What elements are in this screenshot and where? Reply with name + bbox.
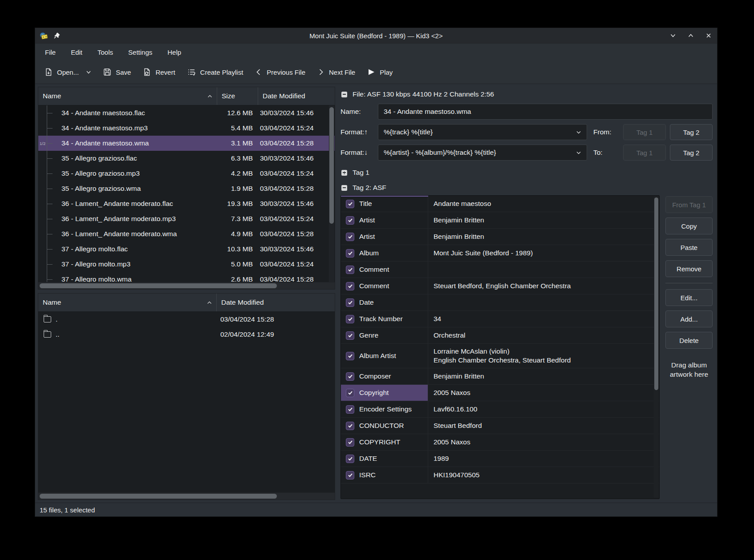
menu-item[interactable]: Settings [128, 48, 152, 56]
add-button[interactable]: Add... [665, 310, 713, 327]
field-value[interactable] [428, 294, 659, 310]
file-row[interactable]: 36 - Lament_ Andante moderato.mp3 7.3 MB… [38, 211, 335, 226]
field-checkbox[interactable] [346, 282, 354, 290]
field-value[interactable]: 34 [428, 311, 659, 327]
create-playlist-button[interactable]: Create Playlist [187, 68, 243, 77]
file-row[interactable]: 37 - Allegro molto.mp3 5.0 MB 03/04/2024… [38, 257, 335, 272]
open-dropdown-chevron-icon[interactable] [86, 70, 91, 74]
field-value[interactable]: Lorraine McAslan (violin) English Chambe… [428, 344, 659, 368]
vscroll-thumb[interactable] [654, 197, 658, 390]
field-checkbox[interactable] [346, 249, 354, 258]
revert-button[interactable]: Revert [142, 68, 175, 77]
play-button[interactable]: Play [367, 68, 393, 77]
filename-input[interactable] [378, 104, 713, 120]
field-checkbox[interactable] [346, 422, 354, 430]
tag-field-row[interactable]: ISRC HKI190470505 [341, 467, 659, 483]
folder-row[interactable]: .. 02/04/2024 12:49 [38, 327, 335, 342]
tag-field-row[interactable]: CONDUCTOR Steuart Bedford [341, 418, 659, 434]
field-checkbox[interactable] [346, 216, 354, 225]
field-value[interactable]: 2005 Naxos [428, 385, 659, 401]
edit-button[interactable]: Edit... [665, 289, 713, 306]
tag-field-row[interactable]: Composer Benjamin Britten [341, 368, 659, 385]
field-checkbox[interactable] [346, 233, 354, 241]
tag-field-row[interactable]: Album Artist Lorraine McAslan (violin) E… [341, 344, 659, 368]
file-row[interactable]: 35 - Allegro grazioso.flac 6.3 MB 30/03/… [38, 151, 335, 166]
tag2-section[interactable]: Tag 2: ASF [341, 180, 713, 195]
field-value[interactable]: Benjamin Britten [428, 229, 659, 245]
save-button[interactable]: Save [103, 68, 131, 77]
copy-button[interactable]: Copy [665, 218, 713, 234]
tag-field-row[interactable]: Copyright 2005 Naxos [341, 385, 659, 401]
menu-item[interactable]: Help [167, 48, 181, 56]
next-file-button[interactable]: Next File [317, 68, 355, 77]
file-row[interactable]: 35 - Allegro grazioso.wma 1.9 MB 03/04/2… [38, 181, 335, 196]
close-button[interactable] [705, 32, 713, 40]
file-row[interactable]: 37 - Allegro molto.wma 2.6 MB 03/04/2024… [38, 272, 335, 282]
field-value[interactable] [428, 262, 659, 278]
tag-field-row[interactable]: Date [341, 294, 659, 311]
tag-field-row[interactable]: Title Andante maestoso [341, 196, 659, 212]
file-details-section[interactable]: File: ASF 130 kbps 44100 Hz 2 Channels 2… [341, 88, 713, 101]
file-list-hscrollbar[interactable] [38, 282, 335, 289]
tag-field-row[interactable]: Track Number 34 [341, 311, 659, 327]
field-checkbox[interactable] [346, 315, 354, 323]
field-value[interactable]: Steuart Bedford, English Chamber Orchest… [428, 278, 659, 294]
tag-field-row[interactable]: DATE 1989 [341, 451, 659, 467]
to-tag2-button[interactable]: Tag 2 [670, 145, 713, 161]
menu-item[interactable]: Tools [97, 48, 113, 56]
field-checkbox[interactable] [346, 455, 354, 463]
field-value[interactable]: HKI190470505 [428, 467, 659, 483]
folder-list-hscrollbar[interactable] [38, 492, 335, 500]
field-value[interactable]: Andante maestoso [428, 196, 659, 212]
vscroll-thumb[interactable] [329, 107, 334, 224]
field-checkbox[interactable] [346, 389, 354, 397]
file-column-size-header[interactable]: Size [217, 87, 258, 105]
field-value[interactable]: 1989 [428, 451, 659, 467]
field-checkbox[interactable] [346, 438, 354, 447]
format-down-combobox[interactable]: %{artist} - %{album}/%{track} %{title} [378, 145, 587, 161]
field-value[interactable]: 2005 Naxos [428, 434, 659, 450]
tag-field-row[interactable]: Artist Benjamin Britten [341, 229, 659, 245]
file-column-name-header[interactable]: Name [38, 87, 217, 105]
folder-column-date-header[interactable]: Date Modified [217, 294, 335, 311]
paste-button[interactable]: Paste [665, 239, 713, 256]
maximize-button[interactable] [687, 32, 695, 40]
pin-icon[interactable] [53, 32, 61, 39]
field-checkbox[interactable] [346, 298, 354, 307]
remove-button[interactable]: Remove [665, 260, 713, 277]
menu-item[interactable]: Edit [71, 48, 82, 56]
file-row[interactable]: 1/2 34 - Andante maestoso.wma 3.1 MB 03/… [38, 136, 335, 151]
field-value[interactable]: Steuart Bedford [428, 418, 659, 434]
field-checkbox[interactable] [346, 471, 354, 479]
field-value[interactable]: Benjamin Britten [428, 212, 659, 228]
folder-column-name-header[interactable]: Name [38, 294, 217, 311]
menu-item[interactable]: File [45, 48, 56, 56]
tag-table-vscrollbar[interactable] [654, 197, 659, 498]
field-checkbox[interactable] [346, 331, 354, 340]
open-button[interactable]: Open... [44, 68, 79, 77]
tag-field-row[interactable]: Genre Orchestral [341, 327, 659, 344]
file-column-date-header[interactable]: Date Modified [258, 87, 335, 105]
tag-field-row[interactable]: Comment Steuart Bedford, English Chamber… [341, 278, 659, 294]
file-row[interactable]: 36 - Lament_ Andante moderato.flac 19.3 … [38, 196, 335, 211]
hscroll-thumb[interactable] [40, 283, 277, 288]
file-row[interactable]: 36 - Lament_ Andante moderato.wma 4.9 MB… [38, 226, 335, 242]
tag-field-row[interactable]: Album Mont Juic Suite (Bedford - 1989) [341, 245, 659, 262]
field-checkbox[interactable] [346, 352, 354, 360]
from-tag2-button[interactable]: Tag 2 [670, 124, 713, 140]
field-checkbox[interactable] [346, 200, 354, 208]
file-row[interactable]: 34 - Andante maestoso.flac 12.6 MB 30/03… [38, 105, 335, 121]
field-value[interactable]: Orchestral [428, 327, 659, 343]
tag-field-row[interactable]: Artist Benjamin Britten [341, 212, 659, 229]
delete-button[interactable]: Delete [665, 332, 713, 349]
field-value[interactable]: Lavf60.16.100 [428, 401, 659, 417]
tag1-section[interactable]: Tag 1 [341, 165, 713, 180]
file-row[interactable]: 37 - Allegro molto.flac 10.3 MB 30/03/20… [38, 242, 335, 257]
hscroll-thumb[interactable] [40, 494, 277, 499]
field-value[interactable]: Benjamin Britten [428, 368, 659, 384]
field-checkbox[interactable] [346, 405, 354, 414]
expand-icon[interactable] [341, 170, 347, 176]
file-row[interactable]: 35 - Allegro grazioso.mp3 4.2 MB 03/04/2… [38, 166, 335, 181]
file-row[interactable]: 34 - Andante maestoso.mp3 5.4 MB 03/04/2… [38, 121, 335, 136]
collapse-icon[interactable] [341, 185, 347, 191]
